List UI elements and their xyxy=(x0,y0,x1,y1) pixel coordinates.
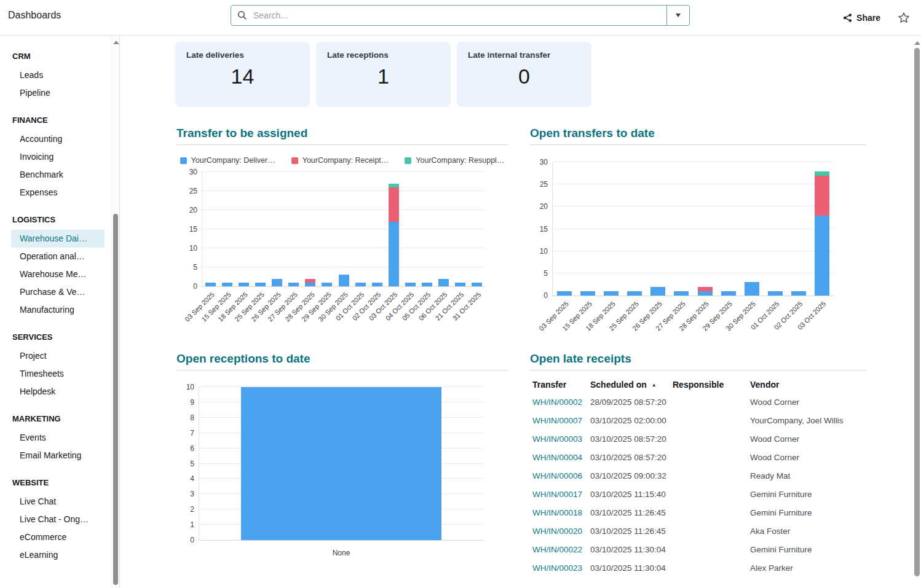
bar-slot xyxy=(352,172,369,286)
transfer-link[interactable]: WH/IN/00017 xyxy=(532,490,590,499)
legend-entry: YourCompany: Deliver… xyxy=(180,156,275,165)
y-axis-tick: 0 xyxy=(544,292,548,299)
y-axis-tick: 0 xyxy=(193,283,197,290)
sidebar-section-logistics: LOGISTICSWarehouse Dai…Operation anal…Wa… xyxy=(0,214,119,319)
sidebar-item-helpdesk[interactable]: Helpdesk xyxy=(11,383,105,401)
sidebar-item-events[interactable]: Events xyxy=(11,429,105,447)
sidebar-item-live-chat-ong[interactable]: Live Chat - Ong… xyxy=(11,511,105,528)
sidebar-item-accounting[interactable]: Accounting xyxy=(11,130,105,148)
bar-segment xyxy=(389,187,399,222)
kpi-label: Late internal transfer xyxy=(468,50,580,60)
transfer-link[interactable]: WH/IN/00023 xyxy=(532,563,590,573)
sidebar-scrollbar[interactable] xyxy=(111,36,120,588)
page-scrollbar[interactable] xyxy=(913,36,921,588)
transfer-link[interactable]: WH/IN/00007 xyxy=(532,416,590,425)
star-icon xyxy=(898,12,910,24)
sidebar-item-pipeline[interactable]: Pipeline xyxy=(11,84,105,102)
legend-color-box xyxy=(291,157,298,164)
sidebar-item-email-marketing[interactable]: Email Marketing xyxy=(11,447,105,465)
topbar-actions: Share xyxy=(843,0,910,35)
x-axis-labels: 03 Sep 202515 Sep 202518 Sep 202525 Sep … xyxy=(202,286,485,338)
sidebar-item-timesheets[interactable]: Timesheets xyxy=(11,365,105,383)
bar-slot xyxy=(810,162,834,296)
favorite-button[interactable] xyxy=(898,12,910,24)
sidebar-section-marketing: MARKETINGEventsEmail Marketing xyxy=(0,413,119,465)
column-header-scheduled-on[interactable]: Scheduled on▲ xyxy=(590,380,673,390)
bar-segment xyxy=(815,176,829,216)
page-scrollbar-thumb[interactable] xyxy=(914,48,920,576)
sidebar-item-operation-anal[interactable]: Operation anal… xyxy=(11,248,105,265)
table-row: WH/IN/0001803/10/2025 11:26:45Gemini Fur… xyxy=(530,503,866,522)
open-late-receipts-table: Open late receiptsTransferScheduled on▲R… xyxy=(530,351,866,577)
bar-segment xyxy=(389,222,399,286)
bars-layer xyxy=(199,387,483,540)
column-header-vendor[interactable]: Vendor xyxy=(750,380,866,390)
bars-layer xyxy=(553,162,834,296)
sidebar-item-invoicing[interactable]: Invoicing xyxy=(11,148,105,166)
bar-segment xyxy=(438,279,449,286)
table-row: WH/IN/0002003/10/2025 11:26:45Aka Foster xyxy=(530,522,866,540)
table-row: WH/IN/0001703/10/2025 11:15:40Gemini Fur… xyxy=(530,485,866,503)
x-axis-labels: 03 Sep 202515 Sep 202518 Sep 202525 Sep … xyxy=(553,296,834,347)
share-button[interactable]: Share xyxy=(843,13,880,23)
bar-segment xyxy=(698,291,713,296)
y-axis-tick: 4 xyxy=(190,475,194,482)
sidebar-item-warehouse-dai[interactable]: Warehouse Dai… xyxy=(11,230,105,248)
bar-slot xyxy=(336,172,352,286)
bar-slot xyxy=(740,162,764,296)
vendor-cell: YourCompany, Joel Willis xyxy=(750,416,866,425)
kpi-row: Late deliveries14Late receptions1Late in… xyxy=(175,42,591,107)
y-axis-tick: 2 xyxy=(190,506,194,513)
sidebar-section-header: CRM xyxy=(12,50,119,63)
x-axis-label: None xyxy=(333,549,350,557)
kpi-card-late-internal-transfer: Late internal transfer0 xyxy=(457,42,591,107)
bar-segment xyxy=(339,275,349,286)
scheduled-on-cell: 03/10/2025 09:00:32 xyxy=(590,471,673,480)
y-axis-tick: 5 xyxy=(190,460,194,468)
sidebar-item-live-chat[interactable]: Live Chat xyxy=(11,493,105,511)
transfer-link[interactable]: WH/IN/00004 xyxy=(532,453,590,462)
bars-layer xyxy=(202,172,485,286)
sidebar-item-project[interactable]: Project xyxy=(11,347,105,365)
table-row: WH/IN/0000228/09/2025 08:57:20Wood Corne… xyxy=(530,393,866,411)
scroll-up-icon[interactable] xyxy=(914,41,920,45)
transfer-link[interactable]: WH/IN/00006 xyxy=(532,471,590,480)
share-label: Share xyxy=(856,13,880,23)
sidebar-item-elearning[interactable]: eLearning xyxy=(11,546,105,564)
column-header-responsible[interactable]: Responsible xyxy=(673,380,750,390)
bar-segment xyxy=(721,291,736,296)
y-axis-tick: 0 xyxy=(190,536,194,544)
sidebar-section-header: SERVICES xyxy=(12,331,119,343)
bar-slot xyxy=(369,172,385,286)
column-header-transfer[interactable]: Transfer xyxy=(532,380,590,390)
sort-asc-icon: ▲ xyxy=(652,382,657,388)
transfer-link[interactable]: WH/IN/00022 xyxy=(532,545,590,554)
scheduled-on-cell: 03/10/2025 11:26:45 xyxy=(590,527,673,536)
y-axis-tick: 9 xyxy=(190,399,194,406)
transfer-link[interactable]: WH/IN/00003 xyxy=(532,434,590,444)
transfer-link[interactable]: WH/IN/00002 xyxy=(532,398,590,407)
sidebar-item-purchase-ve[interactable]: Purchase & Ve… xyxy=(11,283,105,301)
search-input[interactable] xyxy=(252,5,666,26)
dashboard-app: Dashboards Share xyxy=(0,0,921,588)
sidebar-item-ecommerce[interactable]: eCommerce xyxy=(11,528,105,546)
scroll-up-icon[interactable] xyxy=(113,41,119,44)
kpi-label: Late receptions xyxy=(327,50,440,60)
search-dropdown-toggle[interactable] xyxy=(666,6,689,25)
sidebar-scrollbar-thumb[interactable] xyxy=(113,214,118,585)
sidebar-item-leads[interactable]: Leads xyxy=(11,66,105,84)
vendor-cell: Gemini Furniture xyxy=(750,545,866,554)
search-icon xyxy=(237,10,247,20)
bar-slot xyxy=(202,172,219,286)
bar-segment xyxy=(604,291,619,296)
sidebar-item-benchmark[interactable]: Benchmark xyxy=(11,166,105,184)
sidebar-item-expenses[interactable]: Expenses xyxy=(11,184,105,202)
transfer-link[interactable]: WH/IN/00020 xyxy=(532,527,590,536)
transfer-link[interactable]: WH/IN/00018 xyxy=(532,508,590,517)
sidebar-item-manufacturing[interactable]: Manufacturing xyxy=(11,301,105,319)
vendor-cell: Wood Corner xyxy=(750,453,866,462)
bar-segment xyxy=(557,291,572,296)
bar-segment xyxy=(241,387,441,540)
sidebar-item-warehouse-me[interactable]: Warehouse Me… xyxy=(11,265,105,283)
bar-slot xyxy=(764,162,787,296)
